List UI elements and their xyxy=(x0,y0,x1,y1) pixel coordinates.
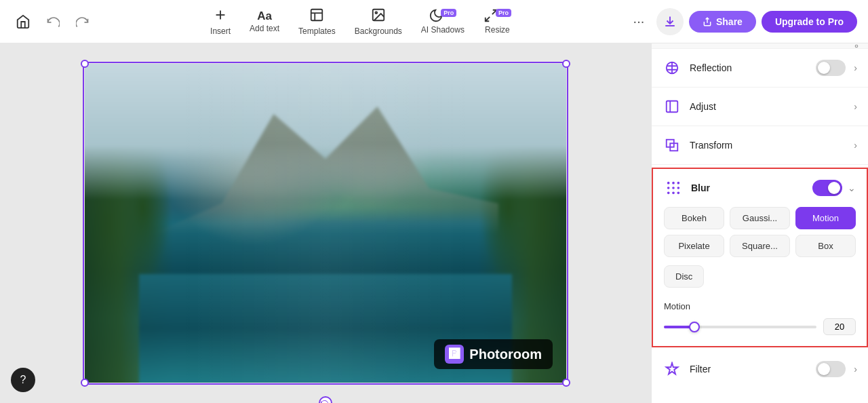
svg-point-18 xyxy=(672,187,675,189)
handle-bottom-right[interactable] xyxy=(562,379,570,387)
handle-top-left[interactable] xyxy=(81,60,89,68)
blur-options: Bokeh Gaussi... Motion Pixelate Square..… xyxy=(653,207,867,265)
filter-toggle[interactable] xyxy=(816,361,846,377)
blur-icon xyxy=(664,178,683,197)
reflection-chevron: › xyxy=(854,62,857,73)
motion-slider-thumb[interactable] xyxy=(689,322,700,332)
templates-tool[interactable]: Templates xyxy=(290,3,344,40)
blur-bokeh-button[interactable]: Bokeh xyxy=(664,207,724,229)
handle-bottom-left[interactable] xyxy=(81,379,89,387)
insert-tool[interactable]: Insert xyxy=(202,3,239,40)
ai-shadows-top: Pro xyxy=(429,8,456,25)
svg-point-17 xyxy=(667,187,670,189)
reflection-toggle[interactable] xyxy=(816,60,846,76)
motion-slider-track[interactable] xyxy=(664,326,816,328)
undo-button[interactable] xyxy=(41,9,65,34)
resize-badge: Pro xyxy=(496,9,511,17)
filter-chevron: › xyxy=(854,364,857,375)
svg-point-14 xyxy=(667,182,670,185)
watermark: 🅿 Photoroom xyxy=(434,339,553,369)
blur-toggle-thumb xyxy=(828,182,840,194)
handle-rotate[interactable] xyxy=(319,396,332,403)
more-button[interactable]: ··· xyxy=(627,9,651,34)
panel-item-transform[interactable]: Transform › xyxy=(652,126,868,165)
svg-point-19 xyxy=(677,187,680,189)
panel-item-reflection[interactable]: Reflection › xyxy=(652,49,868,88)
main-area: 🅿 Photoroom ? xyxy=(0,43,868,403)
transform-label: Transform xyxy=(690,140,846,151)
share-label: Share xyxy=(716,16,743,27)
blur-pixelate-button[interactable]: Pixelate xyxy=(664,235,724,257)
blur-square-button[interactable]: Square... xyxy=(730,235,790,257)
filter-label: Filter xyxy=(690,364,808,375)
transform-icon xyxy=(663,136,682,155)
topbar-left xyxy=(11,9,95,34)
svg-point-22 xyxy=(677,192,680,195)
motion-slider-area: Motion 20 xyxy=(653,296,867,346)
blur-header: Blur ⌄ xyxy=(653,169,867,207)
add-text-label: Add text xyxy=(250,24,279,33)
transform-chevron: › xyxy=(854,140,857,151)
ai-shadows-tool[interactable]: Pro AI Shadows xyxy=(413,4,473,39)
right-panel: Reflection › Adjust › xyxy=(651,43,868,403)
home-button[interactable] xyxy=(11,9,35,34)
canvas-image[interactable]: 🅿 Photoroom xyxy=(85,64,566,383)
add-text-icon: Aa xyxy=(257,10,272,22)
blur-motion-button[interactable]: Motion xyxy=(795,207,856,229)
backgrounds-tool[interactable]: Backgrounds xyxy=(347,3,410,40)
ai-shadows-badge: Pro xyxy=(441,9,456,17)
share-button[interactable]: Share xyxy=(689,11,756,33)
svg-point-20 xyxy=(667,192,670,195)
reflection-label: Reflection xyxy=(690,62,808,73)
blur-toggle-area: ⌄ xyxy=(812,180,856,196)
redo-button[interactable] xyxy=(71,9,95,34)
blur-chevron: ⌄ xyxy=(848,183,856,193)
topbar-right: ··· Share Upgrade to Pro xyxy=(627,8,857,35)
help-button[interactable]: ? xyxy=(11,368,35,392)
watermark-icon: 🅿 xyxy=(445,345,464,364)
svg-point-6 xyxy=(375,12,377,14)
adjust-label: Adjust xyxy=(690,101,846,112)
blur-disc-button[interactable]: Disc xyxy=(664,265,704,288)
ai-shadows-label: AI Shadows xyxy=(421,25,465,35)
resize-top: Pro xyxy=(484,8,511,25)
motion-slider-label: Motion xyxy=(664,301,856,311)
add-text-tool[interactable]: Aa Add text xyxy=(241,6,288,37)
svg-point-21 xyxy=(672,192,675,195)
adjust-chevron: › xyxy=(854,101,857,112)
disc-btn-row: Disc xyxy=(653,265,867,296)
resize-tool[interactable]: Pro Resize xyxy=(475,4,519,39)
canvas-image-wrapper: 🅿 Photoroom xyxy=(85,64,566,383)
ai-shadows-wrapper: Pro AI Shadows xyxy=(421,8,465,35)
resize-wrapper: Pro Resize xyxy=(484,8,511,35)
templates-icon xyxy=(309,7,324,24)
svg-rect-10 xyxy=(667,101,678,113)
panel-bottom-spacer xyxy=(652,388,868,402)
topbar: Insert Aa Add text Templates xyxy=(0,0,868,43)
reflection-icon xyxy=(663,58,682,77)
backgrounds-icon xyxy=(371,7,386,24)
templates-label: Templates xyxy=(298,26,336,36)
blur-section: Blur ⌄ Bokeh Gaussi... Motion Pixelate S… xyxy=(652,168,868,347)
svg-point-15 xyxy=(672,182,675,185)
blur-label: Blur xyxy=(691,183,804,193)
svg-rect-2 xyxy=(311,9,323,20)
download-button[interactable] xyxy=(656,8,684,35)
blur-gaussian-button[interactable]: Gaussi... xyxy=(730,207,790,229)
motion-slider-value[interactable]: 20 xyxy=(823,318,856,335)
panel-item-filter[interactable]: Filter › xyxy=(652,350,868,388)
svg-point-16 xyxy=(677,182,680,185)
panel-item-adjust[interactable]: Adjust › xyxy=(652,88,868,126)
insert-label: Insert xyxy=(210,26,231,36)
handle-top-right[interactable] xyxy=(562,60,570,68)
insert-icon xyxy=(213,7,228,24)
blur-box-button[interactable]: Box xyxy=(795,235,856,257)
filter-icon xyxy=(663,360,682,379)
upgrade-button[interactable]: Upgrade to Pro xyxy=(762,11,857,33)
slider-row: 20 xyxy=(664,318,856,335)
adjust-icon xyxy=(663,97,682,116)
canvas-area[interactable]: 🅿 Photoroom ? xyxy=(0,43,651,403)
watermark-text: Photoroom xyxy=(469,347,542,362)
upgrade-label: Upgrade to Pro xyxy=(775,16,844,27)
blur-toggle[interactable] xyxy=(812,180,842,196)
